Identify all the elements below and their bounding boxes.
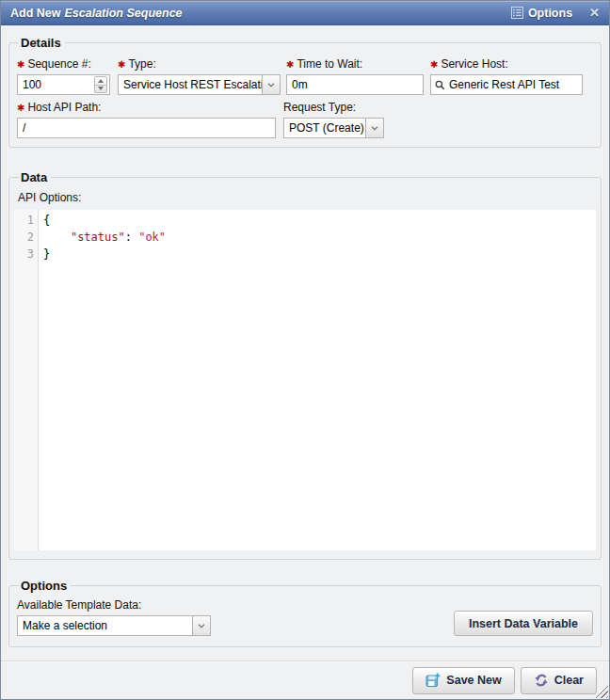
save-new-button[interactable]: Save New xyxy=(412,667,514,694)
list-icon xyxy=(511,7,523,19)
type-select[interactable]: Service Host REST Escalation xyxy=(118,74,281,95)
host-api-path-input[interactable] xyxy=(17,118,276,138)
template-data-select[interactable]: Make a selection xyxy=(17,615,211,636)
sequence-field-group: ✱Sequence #: xyxy=(17,57,110,95)
spinner-down-icon[interactable] xyxy=(95,86,106,93)
type-select-trigger[interactable] xyxy=(262,75,280,94)
dialog-title-prefix: Add New xyxy=(10,7,60,20)
type-label: ✱Type: xyxy=(118,57,281,71)
code-token-key: "status" xyxy=(71,231,125,244)
required-marker: ✱ xyxy=(118,59,125,70)
template-data-select-value: Make a selection xyxy=(18,616,192,635)
service-host-field-group: ✱Service Host: xyxy=(430,57,583,95)
save-plus-icon xyxy=(425,673,441,688)
code-token-plain xyxy=(43,231,71,244)
service-host-label: ✱Service Host: xyxy=(430,57,583,71)
titlebar-tools: Options ✕ xyxy=(511,5,602,21)
sequence-spinner[interactable] xyxy=(94,76,107,93)
editor-gutter: 123 xyxy=(14,210,39,550)
request-type-field-group: Request Type: POST (Create) xyxy=(283,101,384,138)
data-legend: Data xyxy=(19,170,51,184)
sequence-field xyxy=(17,74,110,95)
request-type-select[interactable]: POST (Create) xyxy=(283,118,384,138)
editor-line-number: 3 xyxy=(14,246,34,262)
request-type-select-value: POST (Create) xyxy=(284,119,365,137)
details-row-1: ✱Sequence #: ✱Type: Service Host REST Es… xyxy=(17,57,593,95)
code-token-plain: } xyxy=(43,247,50,261)
dialog-body: Details ✱Sequence #: ✱Type: Serv xyxy=(1,25,609,660)
template-data-select-trigger[interactable] xyxy=(192,616,210,635)
time-to-wait-input[interactable] xyxy=(286,74,424,95)
host-api-path-label: ✱Host API Path: xyxy=(17,101,276,114)
request-type-label: Request Type: xyxy=(283,101,384,114)
type-field-group: ✱Type: Service Host REST Escalation xyxy=(118,57,281,95)
spinner-up-icon[interactable] xyxy=(95,77,106,86)
options-menu-button[interactable]: Options xyxy=(511,7,572,20)
service-host-field xyxy=(430,74,583,95)
data-section: Data API Options: 123 { "status": "ok"} xyxy=(8,170,602,560)
details-row-2: ✱Host API Path: Request Type: POST (Crea… xyxy=(17,101,593,138)
add-escalation-sequence-dialog: Add NewEscalation Sequence Options ✕ Det… xyxy=(0,0,610,700)
editor-code-area[interactable]: { "status": "ok"} xyxy=(39,210,596,550)
template-data-label: Available Template Data: xyxy=(17,598,211,612)
save-new-label: Save New xyxy=(446,674,501,687)
editor-line-number: 2 xyxy=(14,229,34,246)
dialog-titlebar[interactable]: Add NewEscalation Sequence Options ✕ xyxy=(1,1,609,25)
required-marker: ✱ xyxy=(286,59,294,70)
code-token-plain: { xyxy=(43,214,50,227)
chevron-down-icon xyxy=(198,624,205,628)
clear-label: Clear xyxy=(554,674,584,687)
dialog-title: Add NewEscalation Sequence xyxy=(10,7,511,20)
insert-data-variable-button[interactable]: Insert Data Variable xyxy=(454,611,593,636)
required-marker: ✱ xyxy=(17,59,24,70)
details-legend: Details xyxy=(19,36,65,50)
search-icon xyxy=(435,80,445,90)
editor-code-line[interactable]: "status": "ok" xyxy=(43,229,596,246)
sequence-label: ✱Sequence #: xyxy=(17,57,110,71)
clear-button[interactable]: Clear xyxy=(521,667,597,694)
chevron-down-icon xyxy=(267,83,275,88)
refresh-icon xyxy=(534,673,549,688)
options-legend: Options xyxy=(19,579,71,593)
host-api-path-field-group: ✱Host API Path: xyxy=(17,101,276,138)
required-marker: ✱ xyxy=(430,59,438,70)
dialog-footer: Save New Clear xyxy=(1,660,609,699)
options-section: Options Available Template Data: Make a … xyxy=(8,579,602,647)
template-data-field-group: Available Template Data: Make a selectio… xyxy=(17,598,211,636)
code-token-plain: : xyxy=(125,231,138,244)
details-section: Details ✱Sequence #: ✱Type: Serv xyxy=(8,36,602,148)
code-token-string: "ok" xyxy=(138,231,166,244)
editor-code-line[interactable]: } xyxy=(43,246,596,262)
time-to-wait-label: ✱Time to Wait: xyxy=(286,57,424,71)
options-row: Available Template Data: Make a selectio… xyxy=(17,598,593,638)
dialog-title-emphasis: Escalation Sequence xyxy=(64,7,182,20)
chevron-down-icon xyxy=(371,126,378,131)
editor-code-line[interactable]: { xyxy=(43,212,596,229)
type-select-value: Service Host REST Escalation xyxy=(119,75,262,94)
service-host-input[interactable] xyxy=(445,78,578,91)
request-type-select-trigger[interactable] xyxy=(365,119,383,137)
editor-line-number: 1 xyxy=(14,212,34,229)
close-icon[interactable]: ✕ xyxy=(587,5,602,21)
api-options-label: API Options: xyxy=(18,191,593,204)
api-options-editor[interactable]: 123 { "status": "ok"} xyxy=(14,210,596,550)
required-marker: ✱ xyxy=(17,103,24,113)
time-to-wait-field-group: ✱Time to Wait: xyxy=(286,57,424,95)
options-menu-label: Options xyxy=(528,7,572,20)
